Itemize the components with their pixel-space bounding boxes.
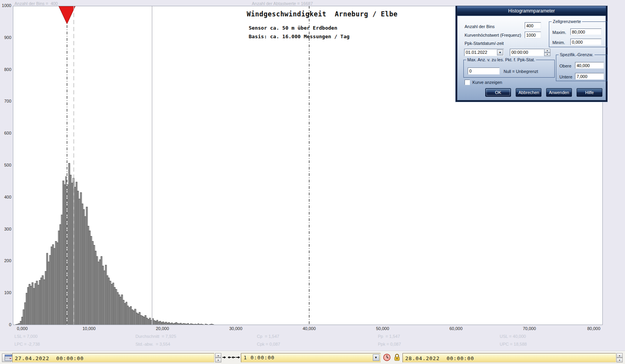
spec-limits-group-label: Spezifik.-Grenzw.: [559, 52, 595, 57]
bins-label: Anzahl der Bins: [465, 24, 495, 29]
x-tick-label: 80,000: [574, 326, 613, 331]
dropdown-arrow-icon[interactable]: ▼: [373, 354, 379, 361]
y-tick-label: 900: [0, 35, 11, 40]
end-datetime-field[interactable]: [402, 353, 616, 362]
chart-subtitle-sensor: Sensor ca. 50 m über Erdboden: [249, 25, 337, 31]
x-tick-label: 60,000: [436, 326, 475, 331]
start-datetime-spinner[interactable]: ▲▼: [215, 353, 221, 362]
chart-title: Windgeschwindigkeit Arneburg / Elbe: [247, 10, 397, 18]
untere-label: Untere: [559, 75, 572, 79]
time-navigation-bar: ▲▼ 1 0:00:00 ▼ ▲▼: [0, 351, 625, 364]
y-tick-label: 300: [0, 227, 11, 231]
stat-value: LSL = 7,000: [14, 334, 37, 339]
apply-button[interactable]: Anwenden: [546, 88, 572, 97]
x-tick-label: 30,000: [216, 326, 255, 331]
lock-icon: [394, 353, 401, 361]
x-tick-label: 50,000: [363, 326, 402, 331]
maxim-input[interactable]: [570, 28, 602, 35]
show-curve-label: Kurve anzeigen: [472, 80, 502, 85]
y-tick-label: 500: [0, 163, 11, 167]
y-tick-label: 1000: [0, 3, 11, 8]
dialog-title-bar[interactable]: Histogrammparameter: [457, 6, 606, 16]
y-tick-label: 200: [0, 258, 11, 263]
spinner-down-icon[interactable]: ▼: [215, 358, 221, 362]
minim-label: Minim.: [552, 40, 565, 45]
chart-subtitle-basis: Basis: ca. 16.000 Messungen / Tag: [249, 34, 349, 39]
y-tick-label: 700: [0, 99, 11, 103]
spinner-down-icon[interactable]: ▼: [544, 53, 550, 57]
spinner-up-icon[interactable]: ▲: [544, 49, 550, 53]
spinner-up-icon[interactable]: ▲: [215, 353, 221, 358]
spinner-up-icon[interactable]: ▲: [616, 353, 623, 358]
ok-button[interactable]: OK: [485, 88, 511, 97]
stat-value: Durchschnitt = 7,925: [135, 334, 176, 339]
y-tick-label: 400: [0, 195, 11, 199]
x-tick-label: 40,000: [290, 326, 329, 331]
stat-value: Ppk = 0,087: [378, 342, 401, 346]
stat-value: UPC = 18,588: [500, 342, 527, 346]
max-points-hint: Null = Unbegrenzt: [504, 69, 538, 74]
freq-input[interactable]: [525, 32, 541, 38]
show-curve-checkbox[interactable]: [465, 80, 470, 85]
maxim-label: Maxim.: [552, 30, 566, 35]
dialog-body: Anzahl der Bins Kurvenhöchstwert (Freque…: [457, 16, 606, 100]
bins-input[interactable]: [525, 22, 541, 29]
max-points-group: Max. Anz. v. zu les. Pkt. f. Ppk-Stat. N…: [463, 57, 555, 78]
date-combobox[interactable]: 01.01.2022 ▼: [464, 49, 504, 56]
time-spinner[interactable]: ▲▼: [544, 49, 550, 56]
histogram-parameter-dialog: Histogrammparameter Anzahl der Bins Kurv…: [455, 5, 608, 102]
stat-value: Cpk = 0,087: [257, 342, 280, 346]
bins-info-label: Anzahl der Bins = 400: [14, 1, 58, 6]
spec-limits-group: Spezifik.-Grenzw. Obere Untere: [556, 52, 607, 81]
obere-input[interactable]: [575, 62, 604, 69]
dropdown-arrow-icon[interactable]: ▼: [497, 50, 503, 55]
cell-limits-group: Zellgrenzwerte Maxim. Minim.: [549, 19, 607, 47]
untere-input[interactable]: [575, 73, 604, 80]
spinner-down-icon[interactable]: ▼: [616, 358, 623, 362]
stat-value: Cp = 1,547: [257, 334, 279, 339]
arrows-inward-icon: [223, 355, 231, 360]
stat-value: Std.-abw. = 3,554: [135, 342, 170, 346]
clock-button[interactable]: [383, 353, 391, 362]
x-tick-label: 0,000: [3, 326, 42, 331]
freq-label: Kurvenhöchstwert (Frequenz): [465, 33, 521, 37]
stat-value: LPC = -2,738: [14, 342, 40, 346]
arrows-outward-icon: [231, 355, 240, 360]
obere-label: Obere: [559, 64, 572, 68]
y-tick-label: 600: [0, 131, 11, 135]
cell-limits-group-label: Zellgrenzwerte: [552, 19, 582, 24]
clock-icon: [383, 353, 391, 361]
lsl-marker-triangle-icon: [59, 6, 75, 24]
minim-input[interactable]: [570, 39, 602, 45]
stat-value: Pp = 1,547: [378, 334, 400, 339]
help-button[interactable]: Hilfe: [577, 88, 602, 97]
histogram-bars: [16, 163, 214, 325]
zoom-in-time-button[interactable]: [222, 353, 231, 362]
date-value: 01.01.2022: [466, 50, 487, 55]
zoom-out-time-button[interactable]: [231, 353, 240, 362]
cancel-button[interactable]: Abbrechen: [516, 88, 541, 97]
x-tick-label: 20,000: [143, 326, 182, 331]
range-value: 1 0:00:00: [244, 355, 274, 360]
start-datetime-field[interactable]: [12, 353, 214, 362]
end-datetime-spinner[interactable]: ▲▼: [616, 353, 623, 362]
max-points-input[interactable]: [468, 67, 500, 75]
range-combobox[interactable]: 1 0:00:00 ▼: [241, 353, 381, 362]
samples-info-label: Anzahl der Abtastwerte = 16687: [252, 1, 313, 6]
max-points-group-label: Max. Anz. v. zu les. Pkt. f. Ppk-Stat.: [466, 57, 536, 62]
calendar-icon: [5, 354, 12, 361]
x-tick-label: 10,000: [69, 326, 109, 331]
calendar-button[interactable]: [2, 353, 11, 362]
time-value: 00:00:00: [511, 50, 528, 55]
x-tick-label: 70,000: [510, 326, 549, 331]
y-tick-label: 800: [0, 67, 11, 72]
stat-value: USL = 40,000: [500, 334, 526, 339]
app-window: { "chart_data": { "type": "bar", "title"…: [0, 0, 625, 364]
lock-button[interactable]: [393, 353, 401, 362]
ppk-startdate-label: Ppk-Startdatum/-zeit: [465, 41, 504, 46]
y-tick-label: 100: [0, 290, 11, 295]
time-input[interactable]: 00:00:00: [510, 49, 544, 56]
